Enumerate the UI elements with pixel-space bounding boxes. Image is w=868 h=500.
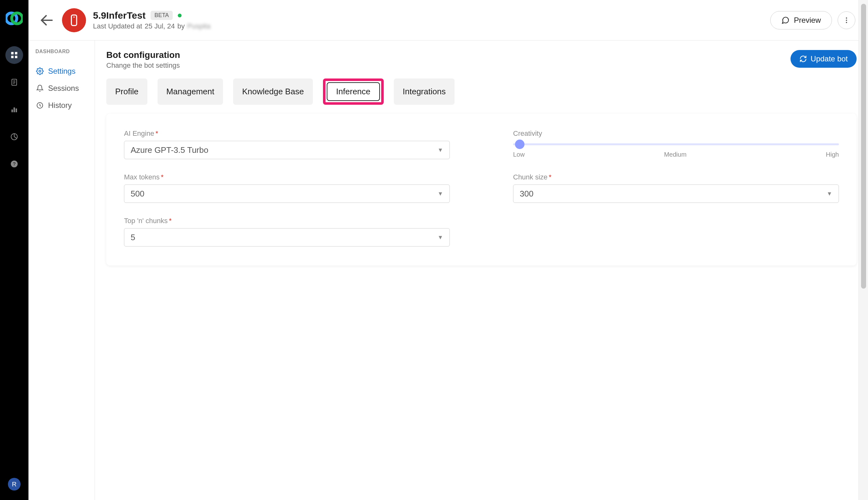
top-n-select[interactable]: 5 ▼ [124, 228, 450, 247]
tab-inference[interactable]: Inference [327, 82, 380, 101]
bell-icon [36, 84, 44, 92]
slider-tick-medium: Medium [664, 151, 686, 158]
slider-tick-low: Low [513, 151, 525, 158]
tab-label: Management [166, 87, 215, 96]
svg-rect-11 [14, 107, 15, 112]
sidebar-heading: DASHBOARD [35, 49, 95, 55]
inference-form-card: AI Engine* Azure GPT-3.5 Turbo ▼ Creativ… [106, 114, 857, 265]
field-chunk-size: Chunk size* 300 ▼ [513, 173, 839, 203]
rail-nav-document-icon[interactable] [5, 73, 23, 91]
tab-label: Knowledge Base [242, 87, 304, 96]
chevron-down-icon: ▼ [438, 234, 443, 241]
svg-text:?: ? [13, 161, 15, 167]
page-title: Bot configuration [106, 50, 180, 60]
field-creativity: Creativity Low Medium High [513, 129, 839, 159]
sidebar-item-settings[interactable]: Settings [35, 62, 95, 80]
svg-rect-4 [11, 56, 14, 58]
creativity-slider[interactable] [513, 143, 839, 145]
top-n-label: Top 'n' chunks* [124, 217, 450, 225]
by-word: by [177, 22, 185, 30]
update-bot-label: Update bot [811, 55, 848, 63]
creativity-label: Creativity [513, 129, 839, 138]
svg-rect-3 [15, 52, 18, 55]
avatar-initial: R [12, 481, 16, 488]
tab-label: Inference [336, 87, 370, 96]
chevron-down-icon: ▼ [438, 191, 443, 197]
sidebar-item-label: History [48, 101, 72, 110]
svg-rect-2 [11, 52, 14, 55]
svg-point-21 [846, 22, 847, 23]
preview-label: Preview [794, 16, 821, 25]
svg-rect-17 [71, 15, 77, 25]
chunk-size-select[interactable]: 300 ▼ [513, 184, 839, 203]
sidebar-item-history[interactable]: History [35, 97, 95, 114]
tab-profile[interactable]: Profile [106, 79, 147, 105]
rail-nav-report-icon[interactable] [5, 128, 23, 146]
select-value: Azure GPT-3.5 Turbo [131, 145, 208, 155]
gear-icon [36, 67, 44, 75]
preview-button[interactable]: Preview [770, 11, 832, 30]
svg-rect-5 [15, 56, 18, 58]
svg-point-22 [39, 70, 41, 72]
app-rail: ? R [0, 0, 28, 500]
user-avatar[interactable]: R [8, 478, 21, 490]
back-button[interactable] [37, 11, 56, 30]
tab-knowledge-base[interactable]: Knowledge Base [233, 79, 313, 105]
bot-title: 5.9InferTest [93, 10, 146, 21]
slider-tick-high: High [826, 151, 839, 158]
chevron-down-icon: ▼ [826, 191, 832, 197]
sidebar-item-sessions[interactable]: Sessions [35, 80, 95, 97]
select-value: 300 [520, 189, 533, 199]
rail-nav-dashboard-icon[interactable] [5, 46, 23, 64]
bot-avatar-icon [62, 8, 86, 32]
ai-engine-select[interactable]: Azure GPT-3.5 Turbo ▼ [124, 141, 450, 159]
select-value: 500 [131, 189, 144, 199]
beta-badge: BETA [151, 11, 173, 20]
content-area: Bot configuration Change the bot setting… [95, 41, 868, 500]
more-vertical-icon [843, 16, 850, 24]
tab-row: Profile Management Knowledge Base Infere… [106, 79, 857, 105]
ai-engine-label: AI Engine* [124, 129, 450, 138]
tab-label: Profile [115, 87, 139, 96]
scrollbar-thumb[interactable] [861, 4, 866, 288]
title-block: 5.9InferTest BETA Last Updated at 25 Jul… [93, 10, 210, 30]
history-icon [36, 102, 44, 109]
last-updated-date: 25 Jul, 24 [144, 22, 175, 30]
field-ai-engine: AI Engine* Azure GPT-3.5 Turbo ▼ [124, 129, 450, 159]
chunk-size-label: Chunk size* [513, 173, 839, 181]
chat-icon [781, 16, 789, 24]
sidebar-item-label: Sessions [48, 84, 79, 93]
slider-thumb[interactable] [515, 139, 524, 149]
field-top-n-chunks: Top 'n' chunks* 5 ▼ [124, 217, 450, 247]
max-tokens-label: Max tokens* [124, 173, 450, 181]
rail-nav-help-icon[interactable]: ? [5, 155, 23, 173]
tab-highlight-box: Inference [323, 79, 384, 105]
more-menu-button[interactable] [838, 11, 855, 29]
scrollbar[interactable] [858, 0, 868, 500]
last-updated-prefix: Last Updated at [93, 22, 142, 30]
field-max-tokens: Max tokens* 500 ▼ [124, 173, 450, 203]
refresh-icon [799, 55, 807, 62]
tab-management[interactable]: Management [158, 79, 223, 105]
svg-point-19 [846, 18, 847, 19]
chevron-down-icon: ▼ [438, 147, 443, 154]
svg-rect-12 [15, 109, 17, 112]
status-dot-icon [178, 14, 182, 18]
side-panel: DASHBOARD Settings Sessions History [28, 41, 95, 500]
topbar: 5.9InferTest BETA Last Updated at 25 Jul… [28, 0, 868, 41]
page-subtitle: Change the bot settings [106, 61, 180, 70]
svg-point-20 [846, 20, 847, 21]
tab-integrations[interactable]: Integrations [394, 79, 454, 105]
select-value: 5 [131, 232, 135, 242]
tab-label: Integrations [403, 87, 446, 96]
rail-nav-analytics-icon[interactable] [5, 101, 23, 118]
update-bot-button[interactable]: Update bot [790, 50, 857, 68]
sidebar-item-label: Settings [48, 67, 76, 76]
max-tokens-select[interactable]: 500 ▼ [124, 184, 450, 203]
author-name: Puspita [187, 22, 210, 30]
svg-rect-10 [11, 110, 13, 112]
app-logo[interactable] [5, 10, 23, 27]
